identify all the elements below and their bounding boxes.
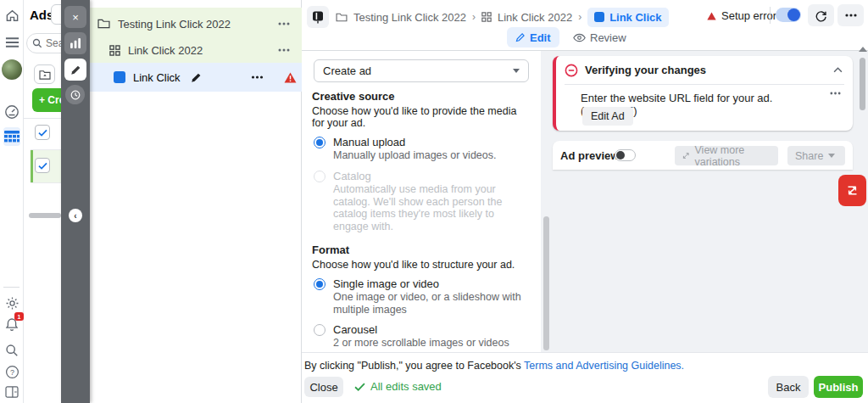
row-checkbox[interactable] <box>35 158 50 173</box>
form-scrollbar[interactable] <box>543 216 549 350</box>
more-options-icon[interactable] <box>278 48 290 52</box>
avatar[interactable] <box>2 59 22 80</box>
warning-triangle-icon <box>707 12 716 20</box>
home-icon[interactable] <box>3 7 20 24</box>
chart-icon[interactable] <box>64 32 86 54</box>
campaigns-table-icon[interactable] <box>3 127 20 146</box>
close-button[interactable]: Close <box>304 377 343 397</box>
tree-row-adset[interactable]: Link Click 2022 <box>90 38 302 62</box>
folder-icon <box>97 19 110 29</box>
rename-pencil-icon[interactable] <box>191 72 202 83</box>
tree-row-ad-selected[interactable]: Link Click <box>90 65 302 89</box>
tree-row-campaign[interactable]: Testing Link Click 2022 <box>90 12 302 36</box>
chevron-up-icon[interactable] <box>833 67 843 73</box>
radio-option-catalog: Catalog Automatically use media from you… <box>314 170 531 233</box>
view-more-label: View more variations <box>695 144 771 168</box>
radio-option-manual-upload[interactable]: Manual upload Manually upload images or … <box>314 136 531 162</box>
option-desc: Automatically use media from your catalo… <box>333 183 531 233</box>
more-options-icon[interactable] <box>837 4 864 26</box>
publish-agreement-text: By clicking "Publish," you agree to Face… <box>304 360 684 372</box>
format-desc: Choose how you'd like to structure your … <box>312 259 531 271</box>
option-desc: Manually upload images or videos. <box>333 149 496 162</box>
ad-preview-bar: Ad preview View more variations Share <box>553 141 853 170</box>
breadcrumb-adset[interactable]: Link Click 2022 <box>498 11 572 24</box>
back-button[interactable]: Back <box>768 376 809 398</box>
verify-changes-card: Verifying your changes Enter the website… <box>553 56 853 131</box>
tree-row-label: Testing Link Click 2022 <box>118 18 278 31</box>
svg-text:?: ? <box>10 367 14 376</box>
terms-link[interactable]: Terms and Advertising Guidelines. <box>524 360 684 372</box>
more-options-icon[interactable] <box>278 22 290 25</box>
row-checkbox[interactable] <box>35 125 50 140</box>
history-clock-icon[interactable] <box>65 85 85 104</box>
refresh-icon[interactable] <box>808 4 834 26</box>
pencil-icon <box>515 32 526 42</box>
folder-filter-button[interactable] <box>34 64 55 84</box>
error-warning-icon <box>284 72 297 83</box>
radio-selected-icon[interactable] <box>314 278 326 290</box>
expand-arrows-icon <box>682 151 690 160</box>
check-icon <box>354 383 365 391</box>
radio-option-carousel[interactable]: Carousel 2 or more scrollable images or … <box>314 323 531 350</box>
collapse-chevron-left-icon[interactable]: ‹ <box>69 209 82 222</box>
expand-sidebar-icon[interactable] <box>3 383 20 400</box>
close-icon[interactable]: × <box>64 6 86 28</box>
minus-circle-icon <box>565 64 578 77</box>
horizontal-scrollbar[interactable] <box>29 213 61 218</box>
breadcrumb: Testing Link Click 2022 › Link Click 202… <box>336 6 669 28</box>
edit-ad-label: Edit Ad <box>591 110 625 122</box>
ad-preview-toggle[interactable] <box>615 149 636 161</box>
z-extension-badge[interactable] <box>838 175 866 206</box>
create-ad-select-value: Create ad <box>323 64 371 77</box>
tab-edit-label: Edit <box>530 31 551 44</box>
chevron-right-icon: › <box>472 11 476 23</box>
share-button[interactable]: Share <box>787 146 845 165</box>
dashboard-gauge-icon[interactable] <box>3 104 20 120</box>
search-icon <box>32 38 42 48</box>
tab-review[interactable]: Review <box>566 27 633 48</box>
breadcrumb-ad-current[interactable]: Link Click <box>587 8 668 27</box>
edit-pencil-icon[interactable] <box>64 59 86 81</box>
publish-button[interactable]: Publish <box>814 376 863 398</box>
create-ad-select[interactable]: Create ad <box>314 59 529 82</box>
format-title: Format <box>312 243 531 256</box>
radio-disabled-icon <box>314 171 326 182</box>
rail-divider <box>3 287 19 288</box>
ad-status-toggle[interactable] <box>776 8 801 22</box>
header-divider <box>770 7 771 24</box>
radio-option-single-image[interactable]: Single image or video One image or video… <box>314 277 531 316</box>
notification-badge: 1 <box>14 312 24 321</box>
settings-gear-icon[interactable] <box>3 294 20 311</box>
edit-ad-button[interactable]: Edit Ad <box>582 107 633 126</box>
setup-error-label: Setup error <box>721 9 776 22</box>
top-header: Testing Link Click 2022 › Link Click 202… <box>302 0 868 51</box>
card-divider <box>565 84 844 85</box>
tab-edit[interactable]: Edit <box>507 27 559 48</box>
option-label: Single image or video <box>333 277 531 290</box>
ads-manager-app: 1 ? Ads + Create <box>0 0 868 403</box>
all-edits-saved-status: All edits saved <box>354 380 442 393</box>
menu-icon[interactable] <box>3 34 20 51</box>
scroll-up-arrow[interactable] <box>859 47 867 52</box>
more-options-icon[interactable] <box>251 76 264 79</box>
view-more-variations-button[interactable]: View more variations <box>675 146 778 165</box>
left-rail: 1 ? <box>0 0 24 403</box>
creative-source-title: Creative source <box>312 90 531 103</box>
breadcrumb-campaign[interactable]: Testing Link Click 2022 <box>353 11 466 24</box>
breadcrumb-ad-label: Link Click <box>609 11 661 24</box>
tree-row-label: Link Click <box>133 71 181 84</box>
help-icon[interactable]: ? <box>3 363 20 380</box>
verify-title: Verifying your changes <box>585 64 826 76</box>
radio-unselected-icon[interactable] <box>314 324 326 336</box>
radio-selected-icon[interactable] <box>314 137 326 148</box>
chevron-right-icon: › <box>578 11 581 23</box>
notifications-bell-icon[interactable]: 1 <box>3 316 20 333</box>
publish-button-label: Publish <box>819 381 859 394</box>
right-panel-scrollbar[interactable] <box>860 58 865 110</box>
more-options-icon[interactable] <box>830 92 841 95</box>
ad-icon <box>114 71 125 83</box>
option-desc: 2 or more scrollable images or videos <box>333 337 509 350</box>
search-icon[interactable] <box>3 342 20 359</box>
panel-toggle-icon[interactable] <box>307 6 329 28</box>
option-label: Carousel <box>333 323 509 336</box>
